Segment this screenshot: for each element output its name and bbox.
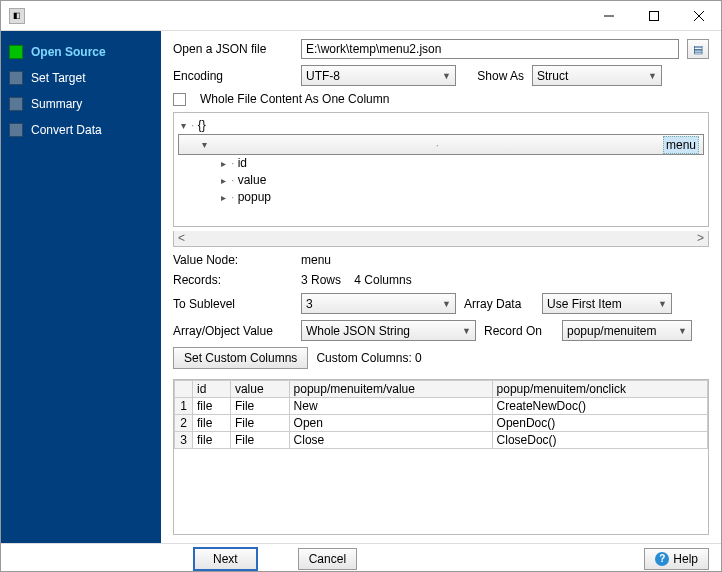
records-value: 3 Rows 4 Columns — [301, 273, 412, 287]
maximize-button[interactable] — [631, 1, 676, 30]
table-cell[interactable]: file — [193, 432, 231, 449]
help-icon: ? — [655, 552, 669, 566]
file-path-input[interactable] — [301, 39, 679, 59]
tosub-select[interactable]: 3▼ — [301, 293, 456, 314]
wizard-step-convert-data[interactable]: Convert Data — [1, 117, 161, 143]
tree-node-menu[interactable]: ▾· menu — [178, 134, 704, 155]
table-cell[interactable]: file — [193, 398, 231, 415]
whole-file-label: Whole File Content As One Column — [200, 92, 389, 106]
showas-label: Show As — [464, 69, 524, 83]
valuenode-value: menu — [301, 253, 331, 267]
expand-icon[interactable]: ▸ — [218, 156, 229, 172]
table-cell[interactable]: File — [230, 415, 289, 432]
app-icon: ◧ — [9, 8, 25, 24]
preview-table[interactable]: idvaluepopup/menuitem/valuepopup/menuite… — [173, 379, 709, 535]
table-header[interactable]: popup/menuitem/value — [289, 381, 492, 398]
recon-label: Record On — [484, 324, 554, 338]
valuenode-label: Value Node: — [173, 253, 293, 267]
recon-select[interactable]: popup/menuitem▼ — [562, 320, 692, 341]
cancel-button[interactable]: Cancel — [298, 548, 357, 570]
step-label: Convert Data — [31, 123, 102, 137]
tree-scrollbar[interactable]: <> — [173, 231, 709, 247]
table-cell[interactable]: Open — [289, 415, 492, 432]
chevron-down-icon: ▼ — [648, 71, 657, 81]
close-button[interactable] — [676, 1, 721, 30]
tree-node-root[interactable]: ▾· {} — [178, 117, 704, 134]
table-cell[interactable]: File — [230, 432, 289, 449]
chevron-down-icon: ▼ — [462, 326, 471, 336]
main-panel: Open a JSON file ▤ Encoding UTF-8▼ Show … — [161, 31, 721, 543]
wizard-step-open-source[interactable]: Open Source — [1, 39, 161, 65]
table-cell[interactable]: New — [289, 398, 492, 415]
step-marker — [9, 97, 23, 111]
arraydata-label: Array Data — [464, 297, 534, 311]
row-number: 3 — [175, 432, 193, 449]
step-marker — [9, 45, 23, 59]
tree-node-id[interactable]: ▸· id — [178, 155, 704, 172]
records-label: Records: — [173, 273, 293, 287]
table-corner — [175, 381, 193, 398]
json-tree[interactable]: ▾· {}▾· menu▸· id▸· value▸· popup — [173, 112, 709, 227]
table-row[interactable]: 1fileFileNewCreateNewDoc() — [175, 398, 708, 415]
step-marker — [9, 71, 23, 85]
tosub-label: To Sublevel — [173, 297, 293, 311]
step-marker — [9, 123, 23, 137]
row-number: 2 — [175, 415, 193, 432]
table-header[interactable]: popup/menuitem/onclick — [492, 381, 707, 398]
arraydata-select[interactable]: Use First Item▼ — [542, 293, 672, 314]
chevron-down-icon: ▼ — [658, 299, 667, 309]
step-label: Summary — [31, 97, 82, 111]
browse-button[interactable]: ▤ — [687, 39, 709, 59]
custom-columns-value: Custom Columns: 0 — [316, 351, 421, 365]
help-button[interactable]: ?Help — [644, 548, 709, 570]
table-row[interactable]: 3fileFileCloseCloseDoc() — [175, 432, 708, 449]
table-cell[interactable]: Close — [289, 432, 492, 449]
encoding-label: Encoding — [173, 69, 293, 83]
step-label: Open Source — [31, 45, 106, 59]
step-label: Set Target — [31, 71, 85, 85]
svg-rect-1 — [649, 11, 658, 20]
chevron-down-icon: ▼ — [442, 71, 451, 81]
table-header[interactable]: id — [193, 381, 231, 398]
table-cell[interactable]: CloseDoc() — [492, 432, 707, 449]
table-cell[interactable]: File — [230, 398, 289, 415]
encoding-select[interactable]: UTF-8▼ — [301, 65, 456, 86]
table-cell[interactable]: file — [193, 415, 231, 432]
footer: Next Cancel ?Help — [1, 543, 721, 572]
chevron-down-icon: ▼ — [442, 299, 451, 309]
row-number: 1 — [175, 398, 193, 415]
aov-select[interactable]: Whole JSON String▼ — [301, 320, 476, 341]
expand-icon[interactable]: ▸ — [218, 173, 229, 189]
wizard-step-set-target[interactable]: Set Target — [1, 65, 161, 91]
expand-icon[interactable]: ▸ — [218, 190, 229, 206]
tree-node-popup[interactable]: ▸· popup — [178, 189, 704, 206]
table-row[interactable]: 2fileFileOpenOpenDoc() — [175, 415, 708, 432]
collapse-icon[interactable]: ▾ — [178, 118, 189, 134]
showas-select[interactable]: Struct▼ — [532, 65, 662, 86]
wizard-steps: Open SourceSet TargetSummaryConvert Data — [1, 31, 161, 543]
table-cell[interactable]: CreateNewDoc() — [492, 398, 707, 415]
aov-label: Array/Object Value — [173, 324, 293, 338]
next-button[interactable]: Next — [193, 547, 258, 571]
set-custom-columns-button[interactable]: Set Custom Columns — [173, 347, 308, 369]
chevron-down-icon: ▼ — [678, 326, 687, 336]
table-header[interactable]: value — [230, 381, 289, 398]
whole-file-checkbox[interactable] — [173, 93, 186, 106]
tree-node-value[interactable]: ▸· value — [178, 172, 704, 189]
titlebar: ◧ — [1, 1, 721, 31]
table-cell[interactable]: OpenDoc() — [492, 415, 707, 432]
open-label: Open a JSON file — [173, 42, 293, 56]
wizard-step-summary[interactable]: Summary — [1, 91, 161, 117]
collapse-icon[interactable]: ▾ — [199, 137, 210, 153]
minimize-button[interactable] — [586, 1, 631, 30]
